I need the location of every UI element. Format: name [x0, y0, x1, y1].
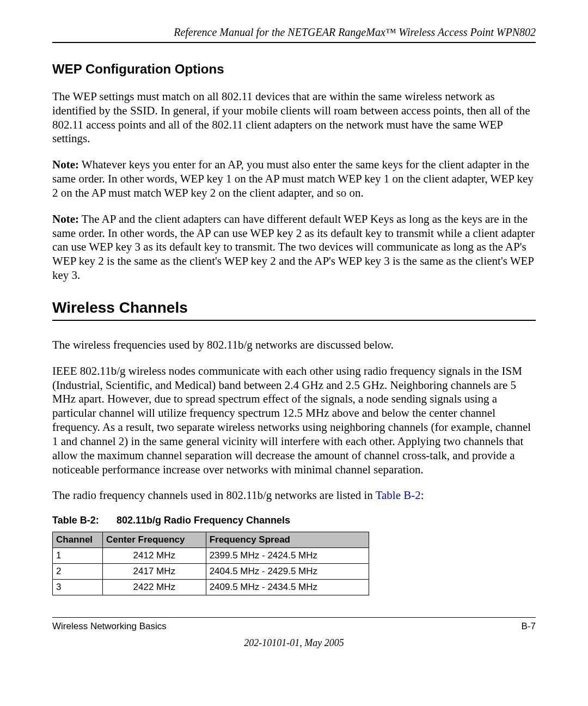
- cell-channel: 1: [53, 548, 103, 564]
- col-center-frequency: Center Frequency: [102, 532, 206, 548]
- note-label: Note:: [52, 158, 79, 171]
- paragraph: The wireless frequencies used by 802.11b…: [52, 338, 536, 352]
- paragraph: IEEE 802.11b/g wireless nodes communicat…: [52, 364, 536, 477]
- note-body: Whatever keys you enter for an AP, you m…: [52, 158, 534, 199]
- cell-frequency-spread: 2399.5 MHz - 2424.5 MHz: [206, 548, 369, 564]
- note-paragraph: Note: Whatever keys you enter for an AP,…: [52, 158, 536, 200]
- cell-channel: 3: [53, 580, 103, 595]
- table-caption-number: Table B-2:: [52, 515, 117, 526]
- table-row: 2 2417 MHz 2404.5 MHz - 2429.5 MHz: [53, 564, 369, 580]
- table-ref-link[interactable]: Table B-2: [376, 489, 421, 502]
- paragraph: The radio frequency channels used in 802…: [52, 489, 536, 503]
- heading-wireless-channels: Wireless Channels: [52, 299, 536, 321]
- table-caption: Table B-2:802.11b/g Radio Frequency Chan…: [52, 515, 536, 526]
- cell-frequency-spread: 2409.5 MHz - 2434.5 MHz: [206, 580, 369, 595]
- cell-frequency-spread: 2404.5 MHz - 2429.5 MHz: [206, 564, 369, 580]
- footer-section-name: Wireless Networking Basics: [52, 621, 167, 632]
- table-row: 1 2412 MHz 2399.5 MHz - 2424.5 MHz: [53, 548, 369, 564]
- cell-center-frequency: 2422 MHz: [102, 580, 206, 595]
- text: :: [421, 489, 424, 502]
- note-paragraph: Note: The AP and the client adapters can…: [52, 212, 536, 283]
- heading-wep-config: WEP Configuration Options: [52, 62, 536, 77]
- table-caption-title: 802.11b/g Radio Frequency Channels: [117, 515, 290, 526]
- document-page: Reference Manual for the NETGEAR RangeMa…: [0, 0, 588, 706]
- note-label: Note:: [52, 212, 79, 226]
- footer-docid-date: 202-10101-01, May 2005: [52, 637, 536, 649]
- footer-page-number: B-7: [522, 621, 536, 632]
- table-row: 3 2422 MHz 2409.5 MHz - 2434.5 MHz: [53, 580, 369, 595]
- frequency-table: Channel Center Frequency Frequency Sprea…: [52, 532, 369, 595]
- note-body: The AP and the client adapters can have …: [52, 212, 535, 282]
- col-channel: Channel: [53, 532, 103, 548]
- paragraph: The WEP settings must match on all 802.1…: [52, 90, 536, 146]
- cell-center-frequency: 2412 MHz: [102, 548, 206, 564]
- running-header: Reference Manual for the NETGEAR RangeMa…: [52, 26, 536, 43]
- page-footer: Wireless Networking Basics B-7 202-10101…: [52, 617, 536, 649]
- table-header-row: Channel Center Frequency Frequency Sprea…: [53, 532, 369, 548]
- col-frequency-spread: Frequency Spread: [206, 532, 369, 548]
- text: The radio frequency channels used in 802…: [52, 489, 376, 502]
- cell-channel: 2: [53, 564, 103, 580]
- cell-center-frequency: 2417 MHz: [102, 564, 206, 580]
